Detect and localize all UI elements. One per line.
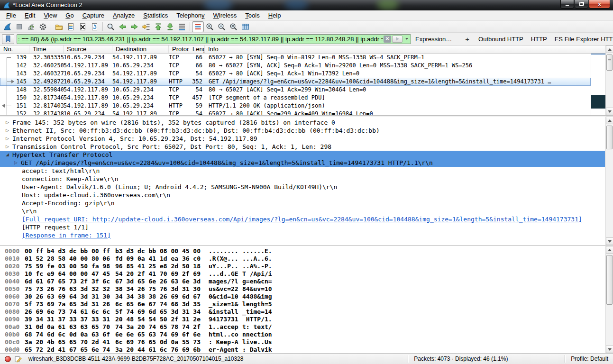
scroll-up-button[interactable] [606, 246, 613, 254]
menu-help[interactable]: Help [264, 11, 285, 20]
packet-row-152[interactable]: 15232.81743810.65.29.23454.192.117.89TCP… [0, 110, 591, 115]
hex-row-00a0[interactable]: 00a031 0d 0a 61 63 63 65 7074 3a 20 74 6… [0, 323, 605, 331]
hex-row-0080[interactable]: 008026 69 6e 73 74 61 6c 6c5f 74 69 6d 6… [0, 308, 605, 316]
hex-row-00c0[interactable]: 00c03a 20 4b 65 65 70 2d 416c 69 76 65 0… [0, 338, 605, 346]
stop-capture-button[interactable] [13, 21, 25, 32]
go-to-packet-button[interactable] [140, 21, 152, 32]
menu-statistics[interactable]: Statistics [139, 11, 172, 20]
column-header-info[interactable]: Info [205, 46, 613, 53]
intelligent-scrollbar-minimap[interactable] [591, 54, 605, 115]
hex-row-00d0[interactable]: 00d065 72 2d 41 67 65 6e 743a 20 44 61 6… [0, 346, 605, 353]
scrollbar-thumb[interactable] [606, 55, 613, 71]
hex-row-0090[interactable]: 009039 34 31 37 33 37 33 3120 48 54 54 5… [0, 316, 605, 323]
filter-clear-button[interactable]: ✕ [384, 36, 391, 43]
bytes-scrollbar[interactable] [605, 246, 613, 353]
hex-row-0020[interactable]: 002075 59 fe 03 00 50 fa 9896 85 41 25 e… [0, 263, 605, 270]
filter-bookmark-button[interactable] [2, 34, 14, 44]
detail-line[interactable]: ▷Internet Protocol Version 4, Src: 10.65… [0, 135, 605, 143]
menu-analyze[interactable]: Analyze [109, 11, 139, 20]
go-forward-button[interactable] [128, 21, 140, 32]
packet-row-151[interactable]: 15132.81740354.192.117.8910.65.29.234HTT… [0, 102, 591, 110]
detail-line[interactable]: ▷Frame 145: 352 bytes on wire (2816 bits… [0, 118, 605, 127]
details-scrollbar[interactable] [605, 117, 613, 245]
expression-button[interactable]: Expression… [415, 36, 452, 43]
detail-line[interactable]: ◢Hypertext Transfer Protocol [0, 151, 605, 159]
column-header-destination[interactable]: Destination [112, 46, 169, 53]
hex-row-0040[interactable]: 00406d 61 67 65 73 2f 3f 6c67 3d 65 6e 2… [0, 278, 605, 285]
menu-edit[interactable]: Edit [20, 11, 39, 20]
capture-comment-button[interactable] [15, 355, 22, 363]
expert-info-button[interactable] [5, 356, 11, 362]
open-file-button[interactable] [53, 21, 65, 32]
scroll-down-button[interactable] [606, 237, 613, 245]
scroll-down-button[interactable] [606, 108, 613, 115]
hex-row-0010[interactable]: 001001 52 28 58 40 00 80 06fd 09 0a 41 1… [0, 255, 605, 263]
filter-apply-button[interactable] [392, 36, 403, 43]
detail-line[interactable]: User-Agent: Dalvik/1.6.0 (Linux; U; Andr… [0, 183, 605, 191]
expander-collapsed-icon[interactable]: ▷ [14, 159, 18, 167]
detail-line[interactable]: ▷Transmission Control Protocol, Src Port… [0, 143, 605, 151]
capture-file-name[interactable]: wireshark_B3D3DCBB-4511-423A-9699-B2DB75… [28, 355, 243, 362]
packet-row-142[interactable]: 14232.46025054.192.117.8910.65.29.234TCP… [0, 62, 591, 70]
hex-row-0070[interactable]: 00705f 73 69 7a 65 3d 31 266c 65 6e 67 7… [0, 300, 605, 308]
expander-collapsed-icon[interactable]: ▷ [6, 135, 9, 143]
scroll-down-button[interactable] [606, 346, 613, 353]
detail-line[interactable]: ▷GET /Api/images/?lg=en&cn=us&vc=2284&uv… [0, 159, 605, 167]
reload-file-button[interactable] [89, 21, 101, 32]
detail-line[interactable]: Host: update-cloud.i.360overseas.com\r\n [0, 191, 605, 199]
detail-line[interactable]: connection: Keep-Alive\r\n [0, 175, 605, 183]
packet-row-150[interactable]: 15032.81734654.192.117.8910.65.29.234TCP… [0, 94, 591, 102]
menu-telephony[interactable]: Telephony [172, 11, 209, 20]
menu-wireless[interactable]: Wireless [209, 11, 241, 20]
hex-row-0030[interactable]: 003010 fc e9 64 00 00 47 4554 20 2f 41 7… [0, 270, 605, 278]
menu-go[interactable]: Go [61, 11, 78, 20]
detail-link[interactable]: [Response in frame: 151] [22, 231, 111, 239]
detail-line[interactable]: [Response in frame: 151] [0, 231, 605, 239]
column-header-protocol[interactable]: Protocol [169, 46, 189, 53]
column-header-no[interactable]: No. [0, 46, 29, 53]
detail-line[interactable]: [HTTP request 1/1] [0, 223, 605, 231]
restore-button[interactable] [575, 0, 588, 9]
menu-file[interactable]: File [2, 11, 20, 20]
detail-line[interactable]: [Full request URI: http://update-cloud.i… [0, 215, 605, 223]
packet-row-143[interactable]: 14332.46032710.65.29.23454.192.117.89TCP… [0, 70, 591, 78]
resize-columns-button[interactable] [239, 21, 251, 32]
menu-tools[interactable]: Tools [241, 11, 264, 20]
scrollbar-thumb[interactable] [606, 126, 613, 149]
detail-line[interactable]: accept: text/html\r\n [0, 167, 605, 175]
zoom-in-button[interactable] [204, 21, 216, 32]
column-header-time[interactable]: Time [29, 46, 64, 53]
hex-row-0000[interactable]: 000000 ff b4 d3 dc bb 00 ffb3 d3 dc bb 0… [0, 247, 605, 255]
column-header-length[interactable]: Length [189, 46, 205, 53]
filter-shortcut-es-file-explorer-http[interactable]: ES File Explorer HTTP [555, 36, 613, 43]
filter-history-dropdown[interactable] [403, 36, 410, 43]
menu-view[interactable]: View [39, 11, 61, 20]
packet-list-scrollbar[interactable] [605, 46, 613, 115]
packet-row-139[interactable]: 13932.30333510.65.29.23454.192.117.89TCP… [0, 54, 591, 62]
capture-options-button[interactable] [37, 21, 49, 32]
zoom-original-button[interactable] [228, 21, 239, 32]
restart-capture-button[interactable] [25, 21, 37, 32]
go-back-button[interactable] [117, 21, 128, 32]
colorize-button[interactable] [192, 21, 204, 32]
start-capture-button[interactable] [1, 21, 13, 32]
detail-line[interactable]: ▷Ethernet II, Src: 00:ff:b3:d3:dc:bb (00… [0, 127, 605, 135]
hex-row-0050[interactable]: 005075 73 26 76 63 3d 32 3238 34 26 75 7… [0, 285, 605, 293]
display-filter-input[interactable] [18, 35, 383, 43]
close-file-button[interactable] [77, 21, 89, 32]
filter-shortcut-outbound-http[interactable]: Outbound HTTP [478, 36, 523, 43]
expander-collapsed-icon[interactable]: ▷ [6, 143, 9, 151]
scroll-up-button[interactable] [606, 117, 613, 124]
detail-line[interactable]: Accept-Encoding: gzip\r\n [0, 199, 605, 207]
go-last-button[interactable] [164, 21, 176, 32]
hex-row-0060[interactable]: 006030 26 63 69 64 3d 31 3034 34 38 38 2… [0, 293, 605, 300]
hex-row-00b0[interactable]: 00b068 74 6d 6c 0d 0a 63 6f6e 6e 65 63 7… [0, 331, 605, 338]
column-header-source[interactable]: Source [64, 46, 112, 53]
find-packet-button[interactable] [105, 21, 117, 32]
close-button[interactable]: x [589, 0, 610, 9]
minimize-button[interactable] [560, 0, 574, 9]
zoom-out-button[interactable] [216, 21, 228, 32]
menu-capture[interactable]: Capture [78, 11, 109, 20]
scrollbar-thumb[interactable] [606, 255, 613, 305]
profile-status[interactable]: Profile: Default [565, 355, 613, 362]
